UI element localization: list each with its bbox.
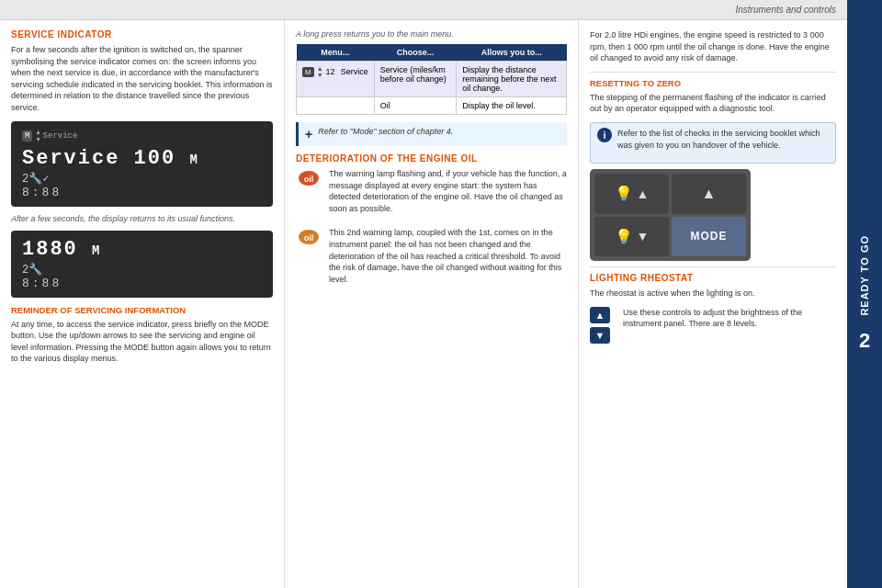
- service-indicator-title: SERVICE INDICATOR: [11, 29, 273, 40]
- brightness-up-button[interactable]: ▲: [590, 307, 610, 323]
- rpm-note: For 2.0 litre HDi engines, the engine sp…: [590, 29, 836, 64]
- page-header: Instruments and controls: [0, 0, 847, 20]
- m-badge-1: M: [22, 130, 32, 141]
- sidebar-number: 2: [859, 329, 870, 353]
- table-row: Oil Display the oil level.: [297, 97, 567, 115]
- service-label-1: Service: [43, 131, 78, 141]
- menu-service: Service: [341, 67, 368, 76]
- service-icon-text-2: 2🔧: [22, 263, 42, 277]
- info-icon: i: [597, 128, 612, 142]
- display-digits-2: 8:88: [22, 277, 262, 290]
- deteri-row-2: oil This 2nd warning lamp, coupled with …: [296, 227, 567, 292]
- lighting-text: The rheostat is active when the lighting…: [590, 288, 836, 300]
- mode-panel: 💡 ▲ ▲ 💡 ▼ MODE: [590, 169, 751, 261]
- plus-icon: +: [305, 127, 312, 141]
- resetting-title: Resetting to zero: [590, 78, 836, 88]
- col-menu: Menu...: [297, 44, 375, 62]
- up-arrow-icon: ▲: [637, 187, 650, 201]
- deteri-title: Deterioration of the engine oil: [296, 153, 567, 164]
- reminder-text: At any time, to access the service indic…: [11, 319, 273, 365]
- oil-warning-icon-1: oil: [296, 168, 322, 188]
- sidebar-label: READY TO GO: [859, 235, 870, 316]
- allows-cell-2: Display the oil level.: [457, 97, 567, 115]
- chevron-up-icon: ▲: [702, 186, 717, 202]
- allows-cell-1: Display the distance remaining before th…: [457, 62, 567, 97]
- info-box: i Refer to the list of checks in the ser…: [590, 122, 836, 164]
- header-title: Instruments and controls: [736, 5, 837, 15]
- oil-warning-icon-2: oil: [296, 227, 322, 247]
- display-digits-1: 8:88: [22, 186, 262, 199]
- reminder-title: Reminder of servicing information: [11, 305, 273, 315]
- service-distance: Service 100 M: [22, 147, 199, 170]
- brightness-text: Use these controls to adjust the brightn…: [623, 307, 836, 330]
- caption-1: After a few seconds, the display returns…: [11, 214, 273, 223]
- info-text: Refer to the list of checks in the servi…: [617, 128, 829, 151]
- choose-cell-2: Oil: [374, 97, 457, 115]
- menu-cell-1: M ▲ ▼ 12 Service: [297, 62, 375, 97]
- light-icon: 💡: [615, 185, 633, 202]
- deteri-row-1: oil The warning lamp flashing and, if yo…: [296, 168, 567, 221]
- lighting-title: LIGHTING RHEOSTAT: [590, 273, 836, 283]
- brightness-controls: ▲ ▼: [590, 307, 610, 344]
- service-indicator-intro: For a few seconds after the ignition is …: [11, 44, 273, 114]
- long-press-caption: A long press returns you to the main men…: [296, 29, 567, 39]
- display-icon-row-2: 2🔧: [22, 263, 262, 277]
- display-box-2: 1880 M 2🔧 8:88: [11, 231, 273, 298]
- down-arrow-icon: ▼: [637, 229, 650, 243]
- tip-text: Refer to "Mode" section of chapter 4.: [318, 127, 453, 136]
- display-arrows-1: ▲ ▼: [36, 129, 40, 143]
- left-column: SERVICE INDICATOR For a few seconds afte…: [0, 20, 285, 588]
- resetting-text: The stepping of the permanent flashing o…: [590, 92, 836, 115]
- display-icon-row-1: 2🔧✓: [22, 172, 262, 186]
- mode-cell-light-down[interactable]: 💡 ▼: [594, 217, 669, 257]
- display-main-row-1: Service 100 M: [22, 147, 262, 170]
- table-row: M ▲ ▼ 12 Service Service (miles/km befor…: [297, 62, 567, 97]
- divider-1: [590, 72, 836, 73]
- table-arrows: ▲ ▼: [317, 65, 323, 78]
- brightness-down-button[interactable]: ▼: [590, 327, 610, 344]
- display-main-row-2: 1880 M: [22, 238, 262, 261]
- main-content: SERVICE INDICATOR For a few seconds afte…: [0, 20, 847, 588]
- choose-cell-1: Service (miles/km before oil change): [374, 62, 457, 97]
- menu-cell-2: [297, 97, 375, 115]
- col-choose: Choose...: [374, 44, 457, 62]
- menu-table: Menu... Choose... Allows you to... M ▲ ▼: [296, 44, 567, 115]
- tip-box: + Refer to "Mode" section of chapter 4.: [296, 122, 567, 146]
- oil-can-svg-2: oil: [297, 228, 321, 246]
- right-sidebar: READY TO GO 2: [847, 0, 882, 588]
- svg-text:oil: oil: [304, 175, 314, 184]
- menu-number: 12: [326, 67, 335, 76]
- col-allows: Allows you to...: [457, 44, 567, 62]
- oil-can-svg-1: oil: [297, 169, 321, 187]
- deteri-text-1: The warning lamp flashing and, if your v…: [329, 168, 567, 214]
- service-distance-2: 1880 M: [22, 238, 101, 261]
- brightness-row: ▲ ▼ Use these controls to adjust the bri…: [590, 307, 836, 344]
- middle-column: A long press returns you to the main men…: [285, 20, 579, 588]
- service-icon-text: 2🔧✓: [22, 172, 49, 186]
- mode-cell-light-up[interactable]: 💡 ▲: [594, 174, 669, 214]
- mode-button[interactable]: MODE: [672, 217, 746, 257]
- deteri-text-2: This 2nd warning lamp, coupled with the …: [329, 227, 567, 285]
- display-box-1: M ▲ ▼ Service Service 100 M 2🔧✓ 8:88: [11, 121, 273, 207]
- svg-text:oil: oil: [304, 233, 314, 243]
- right-column: For 2.0 litre HDi engines, the engine sp…: [579, 20, 847, 588]
- mode-grid: 💡 ▲ ▲ 💡 ▼ MODE: [594, 174, 746, 256]
- mode-label: MODE: [691, 230, 728, 243]
- divider-2: [590, 266, 836, 267]
- light-dim-icon: 💡: [615, 228, 633, 245]
- m-badge-table: M: [302, 67, 314, 77]
- mode-cell-arrow-up[interactable]: ▲: [672, 174, 746, 214]
